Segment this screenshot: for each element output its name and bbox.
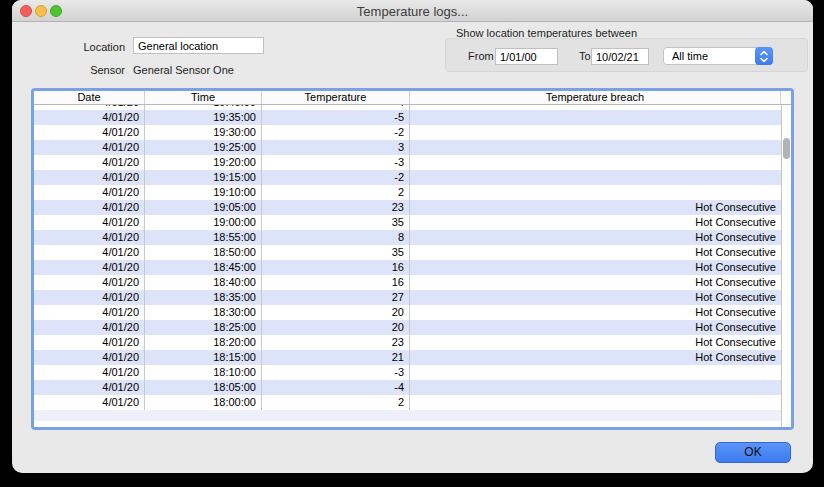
cell-breach: Hot Consecutive (410, 290, 781, 305)
cell-breach (410, 380, 781, 395)
table-row[interactable]: 4/01/2019:15:00-2 (34, 170, 781, 185)
table-row[interactable]: 4/01/2019:25:003 (34, 140, 781, 155)
cell-date: 4/01/20 (34, 350, 145, 365)
table-row[interactable]: 4/01/2018:05:00-4 (34, 380, 781, 395)
table-row[interactable]: 4/01/2019:00:0035Hot Consecutive (34, 215, 781, 230)
cell-temperature: 21 (262, 350, 410, 365)
cell-breach (410, 110, 781, 125)
window-title: Temperature logs... (12, 4, 813, 19)
cell-date: 4/01/20 (34, 380, 145, 395)
cell-temperature: -3 (262, 155, 410, 170)
cell-breach: Hot Consecutive (410, 305, 781, 320)
from-date-input[interactable] (495, 48, 558, 65)
table-row[interactable]: 4/01/2018:00:002 (34, 395, 781, 410)
table-row[interactable]: 4/01/2019:30:00-2 (34, 125, 781, 140)
cell-time: 18:20:00 (145, 335, 262, 350)
cell-breach (410, 140, 781, 155)
temperature-log-table: Date Time Temperature Temperature breach… (31, 88, 794, 430)
table-row[interactable]: 4/01/2019:35:00-5 (34, 110, 781, 125)
cell-time: 18:40:00 (145, 275, 262, 290)
table-row[interactable]: 4/01/2018:40:0016Hot Consecutive (34, 275, 781, 290)
cell-temperature: 35 (262, 215, 410, 230)
cell-time: 19:10:00 (145, 185, 262, 200)
column-header-scroll-spacer (781, 91, 791, 104)
cell-date: 4/01/20 (34, 140, 145, 155)
cell-time: 18:55:00 (145, 230, 262, 245)
cell-date: 4/01/20 (34, 260, 145, 275)
cell-breach (410, 365, 781, 380)
cell-temperature: 16 (262, 260, 410, 275)
table-row[interactable]: 4/01/2018:20:0023Hot Consecutive (34, 335, 781, 350)
filter-groupbox: From To All time (445, 38, 808, 72)
temperature-logs-window: Temperature logs... Location Sensor Gene… (12, 0, 813, 473)
cell-temperature: 23 (262, 335, 410, 350)
cell-date: 4/01/20 (34, 245, 145, 260)
cell-date: 4/01/20 (34, 125, 145, 140)
table-row[interactable]: 4/01/2018:15:0021Hot Consecutive (34, 350, 781, 365)
cell-breach: Hot Consecutive (410, 320, 781, 335)
column-header-temperature[interactable]: Temperature (262, 91, 410, 104)
table-row[interactable]: 4/01/2018:45:0016Hot Consecutive (34, 260, 781, 275)
cell-time: 19:35:00 (145, 110, 262, 125)
title-bar: Temperature logs... (12, 0, 813, 22)
cell-time: 19:25:00 (145, 140, 262, 155)
table-row[interactable]: 4/01/2018:30:0020Hot Consecutive (34, 305, 781, 320)
cell-date: 4/01/20 (34, 335, 145, 350)
table-row[interactable]: 4/01/2018:55:008Hot Consecutive (34, 230, 781, 245)
cell-date: 4/01/20 (34, 215, 145, 230)
sensor-value: General Sensor One (133, 64, 234, 76)
cell-temperature: 2 (262, 185, 410, 200)
cell-temperature: -5 (262, 110, 410, 125)
sensor-label: Sensor (42, 64, 125, 76)
cell-date: 4/01/20 (34, 305, 145, 320)
cell-time: 18:45:00 (145, 260, 262, 275)
cell-temperature: 20 (262, 305, 410, 320)
table-row[interactable]: 4/01/2019:20:00-3 (34, 155, 781, 170)
table-row[interactable]: 4/01/2018:50:0035Hot Consecutive (34, 245, 781, 260)
column-header-time[interactable]: Time (145, 91, 262, 104)
table-body: 4/01/2019:40:0044/01/2019:35:00-54/01/20… (34, 105, 781, 427)
cell-breach: Hot Consecutive (410, 245, 781, 260)
cell-time: 18:00:00 (145, 395, 262, 410)
table-row[interactable]: 4/01/2018:25:0020Hot Consecutive (34, 320, 781, 335)
dropdown-arrows-icon (755, 47, 773, 65)
cell-temperature: 20 (262, 320, 410, 335)
cell-time: 18:25:00 (145, 320, 262, 335)
table-row[interactable]: 4/01/2019:05:0023Hot Consecutive (34, 200, 781, 215)
to-date-input[interactable] (591, 48, 649, 65)
cell-date: 4/01/20 (34, 275, 145, 290)
cell-temperature: 3 (262, 140, 410, 155)
cell-time: 18:10:00 (145, 365, 262, 380)
cell-breach: Hot Consecutive (410, 275, 781, 290)
table-row[interactable]: 4/01/2018:35:0027Hot Consecutive (34, 290, 781, 305)
to-label: To (579, 50, 591, 62)
table-row[interactable]: 4/01/2018:10:00-3 (34, 365, 781, 380)
cell-date: 4/01/20 (34, 200, 145, 215)
cell-breach: Hot Consecutive (410, 335, 781, 350)
cell-date: 4/01/20 (34, 230, 145, 245)
cell-time: 18:35:00 (145, 290, 262, 305)
cell-date: 4/01/20 (34, 110, 145, 125)
table-row[interactable]: 4/01/2019:10:002 (34, 185, 781, 200)
column-header-temperature-breach[interactable]: Temperature breach (410, 91, 781, 104)
cell-temperature: -2 (262, 125, 410, 140)
time-range-dropdown[interactable]: All time (663, 47, 773, 65)
empty-row-band (34, 410, 781, 421)
cell-temperature: -2 (262, 170, 410, 185)
cell-time: 19:15:00 (145, 170, 262, 185)
vertical-scrollbar[interactable] (781, 105, 791, 427)
ok-button[interactable]: OK (715, 442, 791, 463)
cell-breach (410, 155, 781, 170)
cell-date: 4/01/20 (34, 320, 145, 335)
cell-breach: Hot Consecutive (410, 200, 781, 215)
cell-temperature: 35 (262, 245, 410, 260)
cell-time: 19:30:00 (145, 125, 262, 140)
cell-breach: Hot Consecutive (410, 350, 781, 365)
column-header-date[interactable]: Date (34, 91, 145, 104)
cell-date: 4/01/20 (34, 395, 145, 410)
scrollbar-thumb[interactable] (783, 138, 790, 159)
location-input[interactable] (133, 37, 264, 54)
cell-breach (410, 185, 781, 200)
cell-breach (410, 125, 781, 140)
cell-time: 19:20:00 (145, 155, 262, 170)
